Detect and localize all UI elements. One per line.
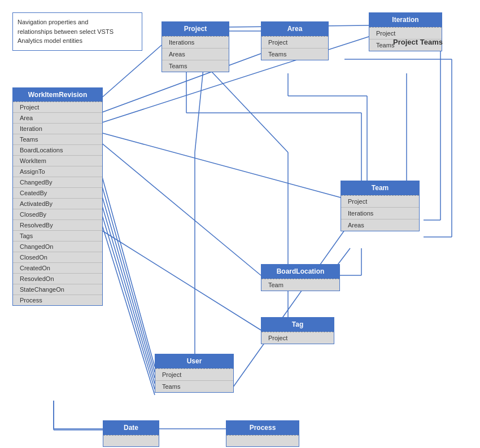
field-tag-project: Project — [261, 332, 334, 344]
svg-line-39 — [232, 214, 356, 389]
entity-tag-header: Tag — [261, 318, 334, 332]
entity-tag: Tag Project — [261, 317, 334, 344]
note-text: Navigation properties andrelationships b… — [18, 19, 114, 44]
entity-team-body: Project Iterations Areas — [341, 195, 419, 231]
entity-project-header: Project — [162, 22, 229, 36]
field-wir-area: Area — [13, 113, 102, 124]
svg-line-8 — [101, 200, 155, 384]
entity-iteration-header: Iteration — [369, 13, 442, 27]
entity-user: User Project Teams — [155, 354, 234, 393]
project-teams-label: Project Teams — [373, 38, 463, 46]
field-wir-ceatedby: CeatedBy — [13, 188, 102, 199]
entity-boardlocation: BoardLocation Team — [261, 264, 340, 291]
entity-workitemrevision-body: Project Area Iteration Teams BoardLocati… — [13, 102, 102, 305]
entity-team: Team Project Iterations Areas — [341, 181, 420, 231]
svg-line-3 — [101, 133, 341, 197]
field-wir-resovledon: ResovledOn — [13, 274, 102, 284]
field-wir-closedby: ClosedBy — [13, 209, 102, 220]
field-team-project: Project — [341, 196, 419, 208]
entity-process-header: Process — [226, 421, 299, 435]
entity-process-body — [226, 435, 299, 446]
diagram-container: Navigation properties andrelationships b… — [0, 0, 480, 448]
field-wir-teams: Teams — [13, 134, 102, 145]
field-wir-changedon: ChangedOn — [13, 241, 102, 252]
field-area-project: Project — [261, 37, 328, 49]
svg-line-0 — [101, 45, 162, 99]
field-wir-changedby: ChangedBy — [13, 177, 102, 188]
entity-team-header: Team — [341, 181, 419, 195]
field-wir-workitem: WorkItem — [13, 156, 102, 166]
field-wir-process: Process — [13, 295, 102, 305]
entity-workitemrevision: WorkItemRevision Project Area Iteration … — [12, 87, 103, 306]
entity-date-header: Date — [103, 421, 159, 435]
entity-boardlocation-body: Team — [261, 279, 339, 291]
field-area-teams: Teams — [261, 49, 328, 60]
svg-line-38 — [195, 69, 203, 152]
entity-area-header: Area — [261, 22, 328, 36]
entity-project-body: Iterations Areas Teams — [162, 36, 229, 72]
field-team-areas: Areas — [341, 219, 419, 231]
svg-line-11 — [101, 230, 261, 330]
entity-area: Area Project Teams — [261, 21, 329, 60]
field-wir-resolvedby: ResolvedBy — [13, 220, 102, 231]
note-box: Navigation properties andrelationships b… — [12, 12, 142, 51]
field-wir-assignto: AssignTo — [13, 166, 102, 177]
entity-area-body: Project Teams — [261, 36, 328, 60]
field-project-teams: Teams — [162, 60, 229, 72]
field-wir-project: Project — [13, 102, 102, 113]
field-project-iterations: Iterations — [162, 37, 229, 49]
entity-user-body: Project Teams — [155, 368, 233, 392]
field-boardlocation-team: Team — [261, 279, 339, 291]
field-wir-tags: Tags — [13, 231, 102, 241]
svg-line-7 — [101, 191, 155, 378]
field-wir-statechangeon: StateChangeOn — [13, 284, 102, 295]
field-wir-closedon: ClosedOn — [13, 252, 102, 263]
field-project-areas: Areas — [162, 49, 229, 60]
entity-user-header: User — [155, 354, 233, 368]
entity-date: Date — [103, 420, 159, 447]
field-wir-boardlocations: BoardLocations — [13, 145, 102, 156]
svg-line-6 — [101, 181, 155, 372]
svg-line-10 — [101, 220, 155, 395]
field-team-iterations: Iterations — [341, 208, 419, 219]
entity-project: Project Iterations Areas Teams — [162, 21, 229, 72]
svg-line-9 — [101, 210, 155, 389]
svg-line-4 — [101, 142, 261, 275]
entity-process: Process — [226, 420, 299, 447]
field-wir-iteration: Iteration — [13, 124, 102, 134]
svg-line-36 — [209, 69, 288, 152]
entity-date-body — [103, 435, 159, 446]
field-user-project: Project — [155, 369, 233, 381]
entity-tag-body: Project — [261, 332, 334, 344]
field-user-teams: Teams — [155, 381, 233, 392]
entity-boardlocation-header: BoardLocation — [261, 265, 339, 279]
field-wir-activatedby: ActivatedBy — [13, 199, 102, 209]
entity-workitemrevision-header: WorkItemRevision — [13, 88, 102, 102]
field-wir-createdon: CreatedOn — [13, 263, 102, 274]
svg-line-5 — [101, 171, 155, 367]
